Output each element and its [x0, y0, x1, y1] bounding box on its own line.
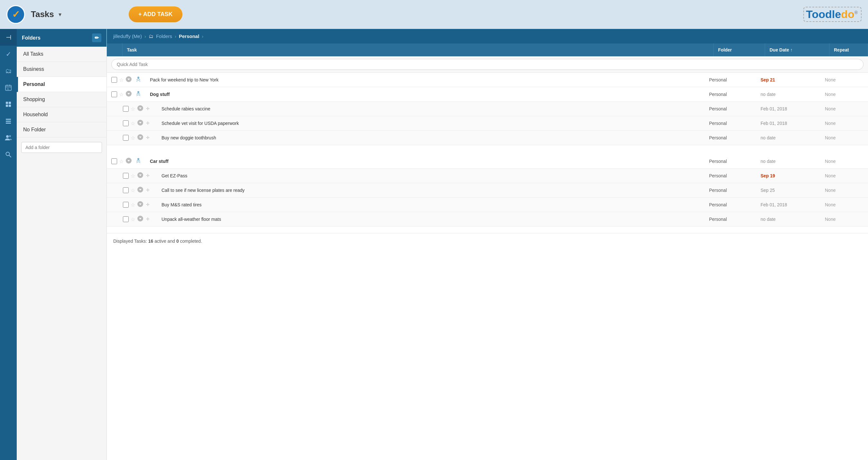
task-checkbox[interactable] [111, 91, 117, 97]
sidebar-icon-collapse[interactable]: ⊣ [0, 29, 17, 46]
col-repeat[interactable]: Repeat [829, 44, 868, 56]
svg-point-37 [137, 158, 139, 160]
task-checkbox[interactable] [123, 202, 129, 208]
breadcrumb-folders[interactable]: Folders [156, 33, 172, 39]
svg-line-19 [136, 80, 138, 81]
star-icon[interactable]: ☆ [131, 173, 135, 179]
task-name: Buy new doggie toothbrush [161, 135, 709, 140]
task-spacer [107, 145, 868, 154]
task-checkbox[interactable] [111, 159, 117, 164]
expand-icon[interactable] [137, 172, 144, 180]
checkmark-logo-icon: ✓ [12, 9, 20, 20]
task-checkbox[interactable] [123, 216, 129, 222]
task-name: Call to see if new license plates are re… [161, 188, 709, 193]
breadcrumb-current: Personal [179, 33, 199, 39]
move-handle-icon[interactable]: ✛ [146, 106, 151, 112]
task-repeat: None [825, 173, 864, 178]
main-layout: ⊣ ✓ 🗂 31 [0, 29, 868, 460]
expand-icon[interactable] [137, 119, 144, 127]
svg-point-14 [6, 152, 10, 156]
sidebar-icon-people[interactable] [0, 130, 17, 146]
task-due-date: Feb 01, 2018 [761, 121, 825, 126]
app-title: Tasks [31, 9, 54, 19]
sidebar-item-shopping[interactable]: Shopping [17, 92, 106, 107]
add-task-button[interactable]: + ADD TASK [129, 6, 182, 22]
breadcrumb-user[interactable]: jilleduffy (Me) [113, 33, 142, 39]
expand-icon[interactable] [125, 157, 132, 165]
svg-text:✛: ✛ [146, 202, 150, 207]
task-name: Get EZ-Pass [161, 173, 709, 178]
sidebar-item-personal[interactable]: Personal [17, 77, 106, 92]
move-handle-icon[interactable]: ✛ [146, 202, 151, 208]
sidebar-item-household[interactable]: Household [17, 107, 106, 122]
col-due-date[interactable]: Due Date ↑ [765, 44, 829, 56]
svg-text:✛: ✛ [146, 173, 150, 178]
task-checkbox[interactable] [111, 77, 117, 83]
quick-add-input[interactable] [111, 59, 864, 70]
task-folder: Personal [709, 159, 761, 164]
task-due-date: no date [761, 135, 825, 140]
star-icon[interactable]: ☆ [131, 106, 135, 112]
quick-add-row [107, 56, 868, 73]
svg-rect-10 [6, 121, 11, 122]
expand-icon[interactable] [137, 134, 144, 142]
task-checkbox[interactable] [123, 120, 129, 126]
move-handle-icon[interactable]: ✛ [146, 173, 151, 179]
sidebar-icon-tasks[interactable]: ✓ [0, 46, 17, 62]
expand-icon[interactable] [125, 90, 132, 98]
top-header: ✓ Tasks ▾ + ADD TASK Toodledo® [0, 0, 868, 29]
task-repeat: None [825, 159, 864, 164]
expand-icon[interactable] [137, 201, 144, 209]
star-icon[interactable]: ☆ [131, 120, 135, 126]
sidebar-icon-search[interactable] [0, 146, 17, 163]
sidebar-item-no-folder[interactable]: No Folder [17, 122, 106, 138]
svg-line-25 [138, 95, 140, 96]
task-row: ☆✛Call to see if new license plates are … [107, 183, 868, 198]
expand-icon[interactable] [137, 215, 144, 223]
toodledo-name: Toodledo® [806, 8, 858, 20]
sidebar-icon-folders[interactable]: 🗂 [0, 62, 17, 79]
svg-rect-8 [9, 105, 11, 107]
star-icon[interactable]: ☆ [131, 216, 135, 223]
sidebar-icon-list[interactable] [0, 113, 17, 130]
svg-line-15 [9, 155, 11, 157]
task-checkbox[interactable] [123, 135, 129, 141]
task-row: ☆ Dog stuffPersonalno dateNone [107, 87, 868, 102]
svg-line-24 [136, 95, 138, 96]
sidebar-edit-button[interactable]: ✏ [92, 33, 101, 42]
star-icon[interactable]: ☆ [131, 202, 135, 208]
task-folder: Personal [709, 92, 761, 97]
move-handle-icon[interactable]: ✛ [146, 188, 151, 194]
expand-icon[interactable] [125, 76, 132, 84]
expand-icon[interactable] [137, 105, 144, 113]
task-repeat: None [825, 92, 864, 97]
star-icon[interactable]: ☆ [131, 188, 135, 194]
expand-icon[interactable] [137, 186, 144, 194]
star-icon[interactable]: ☆ [119, 77, 124, 83]
breadcrumb: jilleduffy (Me) › 🗂 Folders › Personal › [107, 29, 868, 44]
star-icon[interactable]: ☆ [119, 91, 124, 97]
task-checkbox[interactable] [123, 188, 129, 193]
add-folder-input[interactable] [21, 142, 102, 153]
svg-text:✛: ✛ [146, 217, 150, 222]
app-dropdown-icon[interactable]: ▾ [59, 11, 61, 18]
move-handle-icon[interactable]: ✛ [146, 216, 151, 223]
sidebar-item-business[interactable]: Business [17, 62, 106, 77]
move-handle-icon[interactable]: ✛ [146, 135, 151, 141]
sidebar-item-all-tasks[interactable]: All Tasks [17, 47, 106, 62]
task-row: ☆ Pack for weekend trip to New YorkPerso… [107, 73, 868, 87]
star-icon[interactable]: ☆ [131, 135, 135, 141]
sidebar-folders-header: Folders ✏ [17, 29, 106, 47]
task-list-area: ☆ Pack for weekend trip to New YorkPerso… [107, 73, 868, 233]
task-repeat: None [825, 188, 864, 193]
task-due-date: no date [761, 159, 825, 164]
sidebar-icon-calendar[interactable]: 31 [0, 79, 17, 96]
sidebar-icon-grid[interactable] [0, 96, 17, 113]
col-folder[interactable]: Folder [714, 44, 765, 56]
main-content: jilleduffy (Me) › 🗂 Folders › Personal ›… [107, 29, 868, 460]
col-task[interactable]: Task [122, 44, 714, 56]
star-icon[interactable]: ☆ [119, 159, 124, 165]
task-checkbox[interactable] [123, 173, 129, 179]
move-handle-icon[interactable]: ✛ [146, 120, 151, 126]
task-checkbox[interactable] [123, 106, 129, 112]
